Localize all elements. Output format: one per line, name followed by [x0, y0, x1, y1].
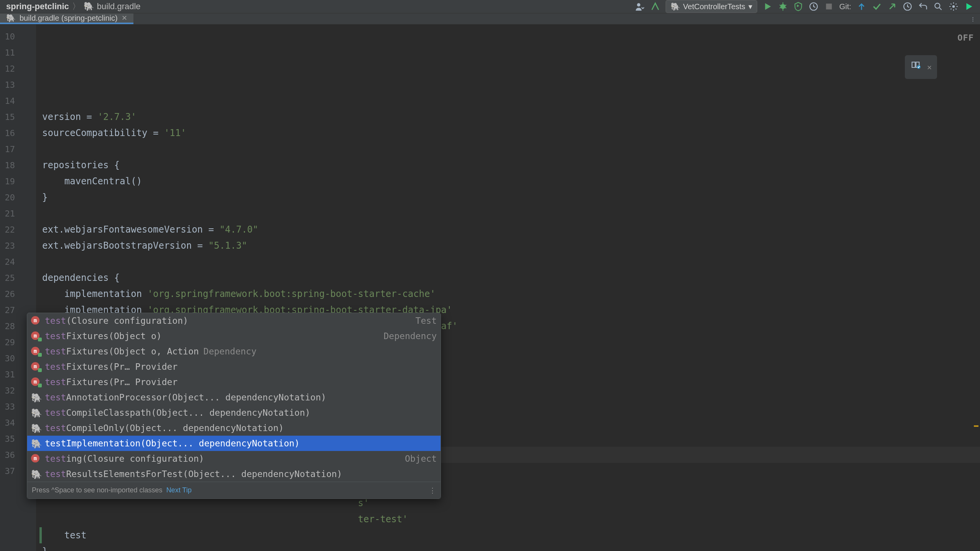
code-line[interactable]: version = '2.7.3': [42, 109, 980, 125]
project-name[interactable]: spring-petclinic: [6, 2, 69, 11]
svg-point-6: [952, 5, 955, 8]
gradle-icon: 🐘: [31, 408, 42, 417]
gradle-icon: 🐘: [84, 2, 94, 11]
inspection-off-badge[interactable]: OFF: [957, 30, 974, 46]
method-icon: m: [31, 362, 39, 371]
run-config-selector[interactable]: 🐘 VetControllerTests ▾: [666, 0, 757, 13]
code-line[interactable]: dependencies {: [42, 270, 980, 286]
completion-item[interactable]: 🐘testCompileClasspath(Object... dependen…: [27, 405, 441, 420]
line-number: 14: [0, 93, 36, 109]
svg-point-1: [780, 4, 785, 9]
code-line[interactable]: ​: [42, 141, 980, 157]
gradle-icon: 🐘: [31, 469, 42, 479]
build-icon[interactable]: [650, 2, 660, 11]
hint-text: Press ^Space to see non-imported classes: [32, 486, 163, 494]
line-number: 12: [0, 61, 36, 77]
gradle-icon: 🐘: [671, 2, 680, 11]
completion-item[interactable]: mtestFixtures(Pr… Provider: [27, 359, 441, 374]
chevron-right-icon: 〉: [72, 1, 81, 12]
code-with-me-icon[interactable]: [635, 2, 645, 11]
search-icon[interactable]: [933, 2, 943, 11]
line-number: 16: [0, 125, 36, 141]
code-line[interactable]: implementation 'org.springframework.boot…: [42, 286, 980, 302]
line-number: 11: [0, 44, 36, 61]
code-line[interactable]: sourceCompatibility = '11': [42, 125, 980, 141]
rollback-icon[interactable]: [918, 2, 928, 11]
completion-item[interactable]: mtest(Closure configuration)Test: [27, 313, 441, 328]
file-name[interactable]: build.gradle: [97, 2, 141, 11]
close-icon[interactable]: ✕: [927, 59, 932, 75]
coverage-icon[interactable]: [793, 2, 803, 11]
completion-item[interactable]: 🐘testCompileOnly(Object... dependencyNot…: [27, 420, 441, 436]
push-icon[interactable]: [887, 2, 897, 11]
line-number: 13: [0, 77, 36, 93]
run-icon[interactable]: [763, 2, 773, 11]
line-number: 22: [0, 221, 36, 238]
editor[interactable]: 1011121314151617181920212223242526272829…: [0, 25, 980, 551]
line-number: 20: [0, 189, 36, 205]
gradle-icon: 🐘: [31, 439, 42, 448]
toolbar-right: 🐘 VetControllerTests ▾ Git:: [635, 0, 974, 13]
editor-tabs: 🐘 build.gradle (spring-petclinic) ✕ ⋮: [0, 13, 980, 25]
reader-mode-banner: ✕: [905, 55, 937, 79]
line-number: 25: [0, 270, 36, 286]
debug-icon[interactable]: [778, 2, 788, 11]
line-number: 26: [0, 286, 36, 302]
reader-mode-icon[interactable]: [910, 59, 921, 75]
completion-item[interactable]: mtestFixtures(Pr… Provider: [27, 374, 441, 390]
tab-build-gradle[interactable]: 🐘 build.gradle (spring-petclinic) ✕: [0, 13, 133, 24]
breadcrumb: spring-petclinic 〉 🐘 build.gradle: [6, 1, 141, 12]
title-bar: spring-petclinic 〉 🐘 build.gradle 🐘 VetC…: [0, 0, 980, 13]
code-line[interactable]: test: [42, 527, 980, 543]
completion-item[interactable]: mtestFixtures(Object o)Dependency: [27, 328, 441, 344]
method-icon: m: [31, 316, 39, 325]
svg-point-5: [935, 3, 940, 8]
commit-icon[interactable]: [872, 2, 882, 11]
completion-item[interactable]: mtestFixtures(Object o, ActionDependency: [27, 344, 441, 359]
git-label: Git:: [839, 2, 851, 11]
update-project-icon[interactable]: [857, 2, 867, 11]
chevron-down-icon: ▾: [748, 2, 752, 11]
more-icon[interactable]: ⋮: [429, 486, 436, 495]
more-icon[interactable]: ⋮: [968, 14, 978, 24]
profile-icon[interactable]: [809, 2, 819, 11]
completion-item[interactable]: 🐘testAnnotationProcessor(Object... depen…: [27, 390, 441, 405]
code-line[interactable]: repositories {: [42, 157, 980, 173]
line-number: 10: [0, 28, 36, 44]
completion-footer: Press ^Space to see non-imported classes…: [27, 482, 441, 499]
line-number: 23: [0, 238, 36, 254]
code-line[interactable]: mavenCentral(): [42, 173, 980, 189]
stop-icon[interactable]: [824, 2, 834, 11]
code-line[interactable]: ​: [42, 205, 980, 221]
settings-icon[interactable]: [949, 2, 959, 11]
next-tip-link[interactable]: Next Tip: [166, 486, 192, 494]
completion-item[interactable]: 🐘testResultsElementsForTest(Object... de…: [27, 466, 441, 482]
line-number: 19: [0, 173, 36, 189]
gradle-icon: 🐘: [31, 393, 42, 402]
code-line[interactable]: }: [42, 189, 980, 205]
line-number: 18: [0, 157, 36, 173]
method-icon: m: [31, 347, 39, 355]
code-line[interactable]: ext.webjarsFontawesomeVersion = "4.7.0": [42, 221, 980, 238]
completion-item[interactable]: mtesting(Closure configuration)Object: [27, 451, 441, 466]
code-line[interactable]: ​: [42, 254, 980, 270]
line-number: 15: [0, 109, 36, 125]
code-line[interactable]: ter-test': [42, 511, 980, 527]
line-number: 24: [0, 254, 36, 270]
code-line[interactable]: ext.webjarsBootstrapVersion = "5.1.3": [42, 238, 980, 254]
gradle-icon: 🐘: [6, 13, 16, 23]
gradle-icon: 🐘: [31, 423, 42, 433]
history-icon[interactable]: [903, 2, 913, 11]
code-line[interactable]: }: [42, 543, 980, 551]
method-icon: m: [31, 454, 39, 462]
run-config-name: VetControllerTests: [683, 2, 745, 11]
completion-popup[interactable]: mtest(Closure configuration)TestmtestFix…: [27, 313, 441, 499]
line-number: 21: [0, 205, 36, 221]
jetbrains-icon[interactable]: [964, 2, 974, 11]
svg-rect-3: [826, 3, 832, 9]
close-icon[interactable]: ✕: [122, 14, 127, 22]
line-number: 17: [0, 141, 36, 157]
tab-label: build.gradle (spring-petclinic): [20, 14, 118, 23]
method-icon: m: [31, 331, 39, 340]
completion-item[interactable]: 🐘testImplementation(Object... dependency…: [27, 436, 441, 451]
